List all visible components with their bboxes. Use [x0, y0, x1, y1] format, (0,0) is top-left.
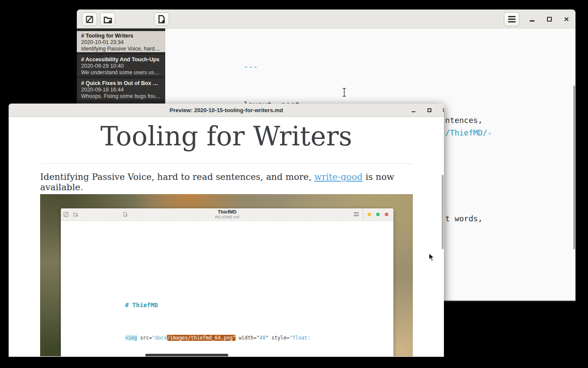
heading-divider — [40, 164, 413, 164]
article-intro: Identifying Passive Voice, hard to read … — [40, 172, 412, 192]
mini-hamburger-icon — [354, 212, 359, 216]
preview-window-title: Preview: 2020-10-15-tooling-for-writers.… — [170, 107, 283, 113]
toggle-view-button[interactable] — [82, 13, 97, 26]
sheet-date: 2020-09-18 16:44 — [81, 87, 161, 93]
green-dot-icon — [376, 213, 380, 216]
editor-mode-icon — [85, 15, 94, 24]
occluded-text-fragment: t words, — [445, 212, 483, 225]
close-icon: ✕ — [442, 107, 444, 113]
code-heading: # ThiefMD — [125, 301, 385, 309]
screenshot-markdown-code: # ThiefMD <img src="docs/images/thiefmd_… — [125, 286, 385, 356]
sidebar-item-tooling-for-writers[interactable]: # Tooling for Writers 2020-10-01 23:34 I… — [77, 31, 165, 52]
sidebar-item-quick-fixes[interactable]: # Quick Fixes In Out of Box … 2020-09-18… — [77, 79, 165, 100]
intro-text: Identifying Passive Voice, hard to read … — [40, 172, 314, 182]
preview-minimize-button[interactable] — [409, 106, 418, 114]
add-file-button[interactable] — [154, 13, 169, 26]
preview-content: Tooling for Writers Identifying Passive … — [9, 117, 444, 356]
sheet-preview: Whoops. Fixing some bugs fou… — [81, 93, 161, 100]
write-good-link[interactable]: write-good — [314, 172, 362, 182]
preview-close-button[interactable]: ✕ — [440, 106, 444, 114]
new-file-icon — [157, 15, 166, 24]
preview-maximize-button[interactable] — [425, 106, 434, 114]
sheet-title: # Accessibility And Touch-Ups — [81, 56, 161, 63]
sidebar-item-accessibility[interactable]: # Accessibility And Touch-Ups 2020-09-29… — [77, 55, 165, 76]
editor-scrollbar[interactable] — [573, 85, 575, 249]
frontmatter-delimiter: --- — [244, 60, 365, 73]
clipped-tooltip — [145, 354, 228, 356]
screenshot-thiefmd-window: ThiefMD README.md # ThiefMD <img src="do… — [61, 208, 393, 356]
maximize-icon — [428, 108, 431, 112]
screenshot-titlebar: ThiefMD README.md — [61, 208, 393, 220]
maximize-button[interactable] — [544, 15, 554, 23]
screenshot-title-stack: ThiefMD README.md — [61, 209, 393, 220]
yellow-dot-icon — [368, 213, 371, 216]
preview-window: Preview: 2020-10-15-tooling-for-writers.… — [9, 104, 444, 357]
titlebar-separator — [363, 208, 363, 220]
minimize-icon — [412, 111, 415, 113]
close-button[interactable]: ✕ — [562, 15, 571, 23]
screenshot-window-title: ThiefMD — [61, 209, 393, 214]
preview-titlebar[interactable]: Preview: 2020-10-15-tooling-for-writers.… — [9, 104, 444, 117]
red-dot-icon — [385, 213, 388, 216]
main-toolbar: ✕ — [77, 9, 575, 28]
minimize-icon — [530, 20, 535, 22]
sheet-preview: Identifying Passive Voice, hard… — [81, 46, 161, 52]
sheet-date: 2020-09-29 10:40 — [81, 63, 161, 69]
article-heading: Tooling for Writers — [9, 120, 444, 152]
code-line: <img src="docs/images/thiefmd_64.png" wi… — [125, 334, 385, 342]
maximize-icon — [547, 17, 552, 22]
preview-scrollbar[interactable] — [442, 175, 443, 249]
new-folder-icon — [103, 15, 113, 24]
sheet-title: # Quick Fixes In Out of Box … — [81, 80, 161, 87]
sheet-title: # Tooling for Writers — [81, 32, 161, 39]
article-screenshot-image: ThiefMD README.md # ThiefMD <img src="do… — [40, 194, 413, 356]
occluded-link-fragment[interactable]: /ThiefMD/- — [445, 126, 492, 139]
minimize-button[interactable] — [527, 15, 537, 23]
sheet-preview: We understand some users us… — [81, 69, 161, 76]
occluded-text-fragment: ntences, — [445, 114, 483, 127]
close-icon: ✕ — [564, 16, 569, 22]
app-menu-button[interactable] — [504, 12, 519, 26]
sheet-date: 2020-10-01 23:34 — [81, 39, 161, 46]
screenshot-editor-area: # ThiefMD <img src="docs/images/thiefmd_… — [61, 220, 393, 356]
add-folder-button[interactable] — [100, 13, 115, 26]
screenshot-window-subtitle: README.md — [61, 214, 393, 220]
